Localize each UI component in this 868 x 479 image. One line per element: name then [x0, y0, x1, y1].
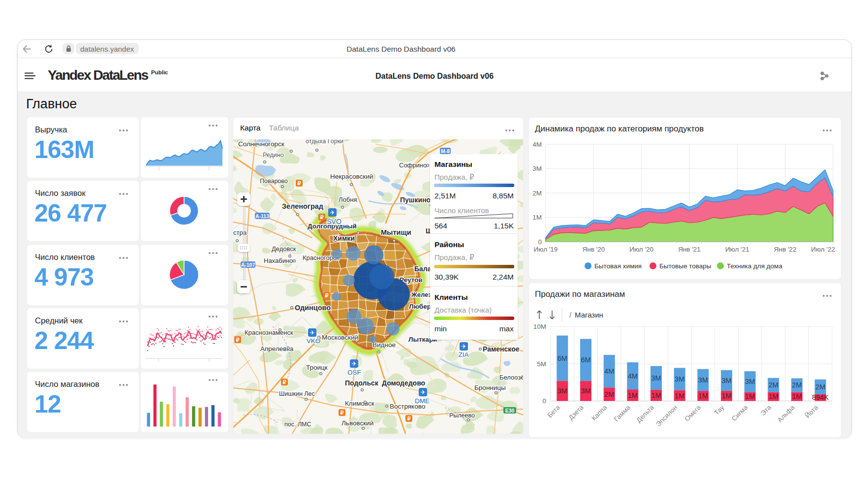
svg-text:2M: 2M: [604, 390, 614, 398]
svg-text:6M: 6M: [581, 356, 590, 364]
svg-text:Солнечногорск: Солнечногорск: [238, 140, 284, 148]
svg-text:3M: 3M: [651, 374, 661, 382]
svg-text:Климовск: Климовск: [345, 400, 374, 407]
svg-text:/: /: [569, 311, 572, 319]
svg-text:10M: 10M: [533, 323, 546, 330]
svg-text:Омега: Омега: [683, 404, 702, 423]
svg-text:2M: 2M: [769, 381, 778, 389]
svg-text:1M: 1M: [628, 391, 638, 399]
svg-text:М-8: М-8: [441, 148, 450, 154]
svg-text:✈: ✈: [310, 329, 314, 336]
svg-text:Дзета: Дзета: [567, 404, 585, 422]
svg-text:Июл '20: Июл '20: [629, 246, 653, 253]
svg-text:1M: 1M: [675, 392, 684, 400]
svg-text:DME: DME: [415, 397, 430, 405]
svg-text:3M: 3M: [675, 375, 684, 383]
svg-text:894K: 894K: [812, 393, 829, 401]
svg-text:1M: 1M: [651, 391, 661, 399]
svg-text:Раменское: Раменское: [483, 345, 520, 353]
svg-text:Тау: Тау: [713, 404, 726, 416]
svg-text:Эта: Эта: [759, 404, 773, 417]
svg-text:OSF: OSF: [347, 369, 361, 376]
svg-text:✈: ✈: [330, 209, 335, 216]
svg-text:Бронницы: Бронницы: [474, 384, 506, 391]
svg-text:1M: 1M: [532, 214, 542, 221]
svg-text:Софрино: Софрино: [399, 161, 427, 169]
svg-text:пос. ЛМС: пос. ЛМС: [284, 421, 311, 428]
svg-text:3M: 3M: [558, 387, 567, 395]
svg-text:Подольск: Подольск: [345, 379, 379, 387]
svg-text:Троицк: Троицк: [306, 364, 328, 371]
svg-text:₽: ₽: [236, 337, 240, 343]
svg-text:Альфа: Альфа: [776, 404, 796, 424]
svg-text:А-113: А-113: [255, 213, 269, 219]
svg-text:1M: 1M: [769, 392, 778, 400]
svg-text:Нахабино: Нахабино: [264, 257, 293, 264]
svg-text:Бета: Бета: [546, 404, 561, 419]
svg-text:0: 0: [538, 238, 542, 246]
svg-text:Йота: Йота: [804, 404, 819, 419]
svg-text:Янв '21: Янв '21: [678, 246, 701, 253]
svg-text:E30: E30: [505, 408, 515, 414]
svg-text:5M: 5M: [537, 360, 546, 368]
svg-text:₽: ₽: [283, 379, 286, 385]
svg-text:4M: 4M: [628, 372, 638, 380]
svg-text:0: 0: [542, 397, 546, 405]
svg-text:1M: 1M: [792, 392, 802, 400]
svg-text:Техника для дома: Техника для дома: [727, 262, 782, 270]
svg-text:Каппа: Каппа: [590, 404, 608, 422]
svg-text:₽: ₽: [298, 180, 301, 186]
svg-text:Любер: Любер: [409, 303, 431, 310]
svg-text:Рылеево: Рылеево: [449, 412, 475, 419]
svg-text:Дельта: Дельта: [635, 404, 655, 424]
svg-text:1M: 1M: [698, 392, 708, 400]
svg-text:Лобня: Лобня: [339, 196, 357, 203]
svg-text:✈: ✈: [461, 343, 466, 350]
svg-text:3M: 3M: [698, 376, 708, 384]
svg-text:1M: 1M: [745, 392, 755, 400]
svg-text:Бытовые товары: Бытовые товары: [659, 262, 712, 270]
svg-text:₽: ₽: [325, 292, 329, 298]
svg-text:Бытовая химия: Бытовая химия: [594, 262, 642, 270]
svg-text:Июл '22: Июл '22: [811, 246, 835, 253]
svg-text:6M: 6M: [558, 354, 567, 362]
svg-text:Львовский: Львовский: [341, 419, 373, 427]
svg-text:4M: 4M: [532, 141, 542, 148]
svg-text:Поварово: Поварово: [260, 178, 288, 185]
svg-text:✈: ✈: [420, 389, 425, 396]
svg-text:2M: 2M: [792, 381, 802, 389]
svg-text:Московский: Московский: [322, 334, 358, 341]
svg-text:Дедовск: Дедовск: [272, 245, 296, 253]
svg-text:VKO: VKO: [307, 337, 321, 345]
svg-text:Зеленоград: Зеленоград: [282, 202, 323, 210]
svg-text:Гамма: Гамма: [613, 404, 632, 423]
svg-text:Сигма: Сигма: [730, 404, 749, 423]
svg-text:Домодедово: Домодедово: [382, 379, 425, 387]
svg-text:Некрасовский: Некрасовский: [330, 173, 373, 180]
svg-text:отдыха Горки: отдыха Горки: [306, 139, 343, 145]
svg-text:Одинцово: Одинцово: [295, 304, 331, 312]
svg-text:Редино: Редино: [263, 152, 284, 159]
svg-text:Янв '22: Янв '22: [774, 246, 797, 253]
svg-text:ZIA: ZIA: [458, 351, 468, 358]
svg-text:Янв '20: Янв '20: [582, 246, 605, 253]
svg-text:3M: 3M: [532, 165, 542, 172]
svg-text:3M: 3M: [745, 378, 755, 385]
svg-text:2M: 2M: [532, 190, 542, 197]
svg-text:SVO: SVO: [327, 218, 341, 225]
svg-text:Краснознаменск: Краснознаменск: [245, 329, 293, 336]
svg-text:✈: ✈: [351, 360, 356, 367]
svg-text:3M: 3M: [721, 377, 731, 384]
svg-text:₽: ₽: [407, 415, 411, 421]
svg-text:Июл '19: Июл '19: [534, 246, 558, 253]
svg-text:Июл '21: Июл '21: [725, 246, 749, 253]
svg-text:₽: ₽: [320, 214, 324, 220]
svg-text:4M: 4M: [604, 367, 614, 375]
svg-text:₽: ₽: [341, 410, 344, 415]
svg-text:Пушкино: Пушкино: [400, 196, 431, 204]
svg-text:А-107: А-107: [241, 262, 255, 268]
svg-text:Химки: Химки: [333, 234, 355, 242]
svg-text:Шишкин Лес: Шишкин Лес: [279, 390, 315, 397]
svg-text:2M: 2M: [815, 383, 825, 391]
svg-text:Эпсилон: Эпсилон: [654, 404, 679, 428]
